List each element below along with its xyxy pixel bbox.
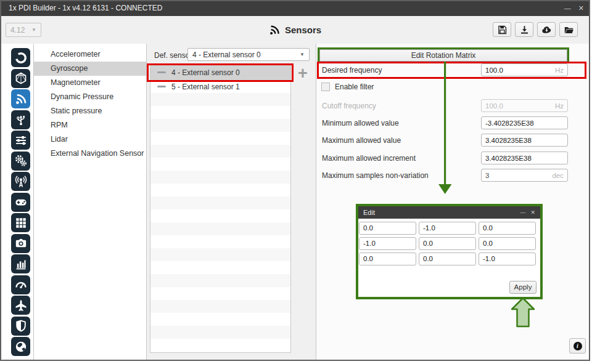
sensor-list-item[interactable]: 4 - External sensor 0: [150, 65, 290, 80]
sensor-list-item-label: 4 - External sensor 0: [171, 68, 240, 77]
add-sensor-button[interactable]: +: [295, 66, 311, 82]
sensor-list-empty-row: [150, 313, 290, 326]
export-button[interactable]: [515, 22, 533, 37]
close-button[interactable]: ✕: [578, 4, 584, 12]
sensor-list-empty-row: [150, 326, 290, 339]
download-tray-icon: [519, 24, 530, 36]
setting-value-input[interactable]: 3dec: [481, 169, 568, 182]
matrix-cell-input[interactable]: 0.0: [479, 237, 536, 250]
hud-icon: [14, 277, 28, 292]
sidebar-item-camera[interactable]: [11, 234, 30, 253]
sensor-list-empty-row: [150, 119, 290, 132]
minimize-button[interactable]: —: [564, 4, 571, 12]
sidebar-item-blocks[interactable]: [11, 213, 30, 232]
sidebar-item-control[interactable]: [11, 131, 30, 150]
save-button[interactable]: [493, 22, 511, 37]
setting-value: 3: [485, 172, 489, 179]
matrix-cell-input[interactable]: -1.0: [419, 222, 476, 235]
menu-item-external-navigation-sensor[interactable]: External Navigation Sensor: [34, 147, 146, 161]
popup-minimize-button[interactable]: —: [520, 209, 525, 216]
popup-title: Edit: [363, 209, 375, 216]
sensor-list-empty-row: [150, 274, 290, 287]
sidebar-item-hud[interactable]: [11, 275, 30, 294]
cloud-arrow-icon: [541, 24, 553, 36]
setting-label: Maximum samples non-variation: [322, 171, 429, 180]
edit-matrix-popup: Edit — ✕ 0.0-1.00.0-1.00.00.00.00.0-1.0 …: [358, 206, 540, 297]
sidebar-item-stick[interactable]: [11, 193, 30, 212]
setting-value: -3.4028235E38: [485, 119, 534, 127]
def-sensor-dropdown[interactable]: 4 - External sensor 0 ▼: [187, 48, 310, 61]
stick-icon: [14, 195, 28, 209]
menu-item-magnetometer[interactable]: Magnetometer: [34, 76, 146, 90]
def-sensor-value: 4 - External sensor 0: [192, 51, 261, 59]
title-bar: 1x PDI Builder - 1x v4.12 6131 - CONNECT…: [0, 0, 590, 16]
setting-value-input[interactable]: -3.4028235E38: [481, 116, 568, 129]
charts-icon: [14, 257, 28, 272]
toolbar-buttons: [493, 22, 578, 37]
matrix-cell-input[interactable]: 0.0: [479, 222, 536, 235]
open-button[interactable]: [559, 22, 578, 37]
matrix-cell-input[interactable]: 0.0: [419, 253, 476, 265]
setting-value-input[interactable]: 3.4028235E38: [481, 152, 568, 164]
setting-label: Cutoff frequency: [322, 102, 376, 110]
sidebar-item-platform[interactable]: [11, 69, 30, 88]
sensor-list-empty-row: [150, 235, 290, 248]
sidebar-item-automations[interactable]: [11, 152, 30, 171]
menu-item-static-pressure[interactable]: Static pressure: [34, 104, 146, 118]
sidebar-item-telemetry[interactable]: [11, 172, 30, 191]
menu-item-dynamic-pressure[interactable]: Dynamic Pressure: [34, 90, 146, 104]
setting-unit-label: dec: [552, 172, 564, 179]
blocks-icon: [14, 216, 28, 230]
setting-label: Minimum allowed value: [322, 119, 399, 127]
sidebar-item-world[interactable]: [11, 337, 30, 356]
matrix-cell-input[interactable]: 0.0: [359, 222, 416, 235]
setting-value-input[interactable]: 100.0Hz: [481, 63, 568, 76]
edit-rotation-matrix-button[interactable]: Edit Rotation Matrix: [319, 49, 567, 62]
sensor-list-empty-row: [150, 339, 290, 352]
sensor-list-empty-row: [150, 209, 290, 222]
matrix-cell-input[interactable]: 0.0: [359, 253, 416, 265]
menu-item-rpm[interactable]: RPM: [34, 118, 146, 132]
sensor-list-empty-row: [150, 171, 290, 184]
enable-filter-checkbox[interactable]: [321, 83, 330, 91]
open-folder-icon: [563, 24, 575, 36]
matrix-cell-input[interactable]: -1.0: [479, 253, 536, 265]
matrix-cell-input[interactable]: 0.0: [419, 237, 476, 250]
setting-label: Maximum allowed increment: [322, 154, 416, 163]
sidebar-item-connections[interactable]: [11, 110, 30, 129]
setting-value: 3.4028235E38: [485, 155, 532, 162]
sensor-list-empty-row: [150, 158, 290, 171]
camera-icon: [14, 236, 28, 251]
sidebar-item-airplane[interactable]: [11, 296, 30, 315]
setting-value: 3.4028235E38: [485, 137, 532, 144]
cloud-download-button[interactable]: [537, 22, 556, 37]
enable-filter-label: Enable filter: [335, 83, 374, 91]
sidebar-item-power[interactable]: [11, 48, 30, 67]
window-title: 1x PDI Builder - 1x v4.12 6131 - CONNECT…: [9, 4, 162, 12]
sensor-type-menu: AccelerometerGyroscopeMagnetometerDynami…: [34, 44, 147, 360]
matrix-cell-input[interactable]: -1.0: [359, 237, 416, 250]
sensor-list-item[interactable]: 5 - External sensor 1: [150, 80, 290, 93]
menu-item-gyroscope[interactable]: Gyroscope: [34, 62, 146, 76]
sidebar-item-charts[interactable]: [11, 254, 30, 273]
power-icon: [14, 51, 28, 65]
apply-button[interactable]: Apply: [509, 281, 536, 294]
setting-value: 100.0: [485, 102, 503, 110]
menu-item-accelerometer[interactable]: Accelerometer: [34, 47, 146, 62]
setting-value-input[interactable]: 3.4028235E38: [481, 134, 568, 147]
airplane-icon: [14, 298, 28, 313]
popup-title-bar: Edit — ✕: [358, 206, 540, 219]
sensor-dash-icon: [157, 71, 166, 73]
telemetry-icon: [14, 174, 28, 189]
sensor-list-item-label: 5 - External sensor 1: [171, 83, 240, 91]
safety-icon: [14, 318, 28, 333]
popup-close-button[interactable]: ✕: [530, 209, 535, 216]
platform-icon: [14, 71, 28, 86]
sidebar-item-safety[interactable]: [11, 317, 30, 336]
info-icon: i: [574, 342, 582, 350]
info-button[interactable]: i: [569, 338, 586, 354]
menu-item-lidar[interactable]: Lidar: [34, 132, 146, 147]
setting-row-maximum-samples-non-variation: Maximum samples non-variation3dec: [316, 169, 589, 182]
sidebar-item-sensors[interactable]: [11, 89, 30, 108]
settings-panel: Edit Rotation Matrix Desired frequency10…: [316, 44, 589, 360]
